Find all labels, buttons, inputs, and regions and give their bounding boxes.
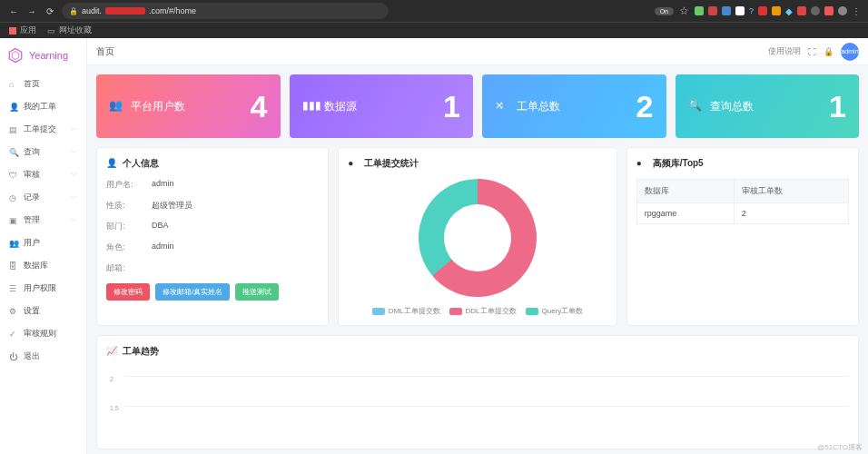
ext-icon[interactable] (722, 6, 731, 15)
breadcrumb: 首页 (96, 45, 114, 58)
ext-icon[interactable] (735, 6, 745, 15)
table-row: rpggame 2 (636, 203, 848, 224)
donut-chart (419, 179, 537, 297)
nav-review[interactable]: 🛡审核﹀ (0, 163, 86, 186)
logo-text: Yearning (29, 50, 68, 61)
trend-chart: 2 1.5 (106, 367, 849, 439)
nav-database[interactable]: 🗄数据库 (0, 254, 86, 277)
fullscreen-icon[interactable]: ⛶ (808, 47, 816, 56)
fav-bookmark[interactable]: ▭网址收藏 (47, 25, 92, 36)
apps-bookmark[interactable]: 应用 (9, 25, 36, 36)
y-tick: 2 (110, 376, 113, 382)
watermark: @51CTO博客 (817, 442, 863, 452)
menu-icon[interactable]: ⋮ (852, 6, 861, 16)
trend-icon: 📈 (106, 346, 117, 357)
url-bar[interactable]: 🔒 audit. .com/#/home (62, 3, 389, 19)
extension-icons: ? ◆ ⋮ (695, 6, 861, 16)
content: 👥平台用户数 4 ▮▮▮数据源 1 ⤨工单总数 2 🔍查询总数 1 (87, 65, 868, 454)
chevron-down-icon: ﹀ (71, 193, 77, 202)
push-test-button[interactable]: 推送测试 (235, 283, 279, 301)
stat-orders: ⤨工单总数 2 (482, 74, 666, 138)
home-icon: ⌂ (9, 80, 18, 89)
on-badge: On (655, 7, 674, 15)
power-icon: ⏻ (9, 352, 18, 361)
chevron-down-icon: ﹀ (71, 148, 77, 157)
ext-icon[interactable] (708, 6, 717, 15)
shuffle-icon: ⤨ (495, 99, 509, 114)
nav-users[interactable]: 👥用户 (0, 232, 86, 254)
trend-card: 📈工单趋势 2 1.5 (96, 335, 859, 449)
check-icon: ✓ (9, 330, 18, 339)
reload-icon[interactable]: ⟳ (44, 5, 56, 17)
users-icon: 👥 (9, 239, 18, 248)
lock-icon: 🔒 (69, 7, 78, 15)
topbar: 首页 使用说明 ⛶ 🔒 admin (87, 38, 868, 65)
table-header: 数据库 (636, 180, 734, 203)
url-prefix: audit. (82, 6, 102, 15)
nav-logout[interactable]: ⏻退出 (0, 345, 86, 368)
browser-chrome: ← → ⟳ 🔒 audit. .com/#/home On ☆ ? ◆ ⋮ (0, 0, 868, 22)
nav-home[interactable]: ⌂首页 (0, 73, 86, 95)
top5-table: 数据库 审核工单数 rpggame 2 (636, 179, 849, 224)
nav-settings[interactable]: ⚙设置 (0, 300, 86, 322)
ext-icon[interactable] (797, 6, 806, 15)
ext-icon[interactable]: ◆ (785, 6, 793, 16)
url-redacted (105, 7, 145, 15)
ext-icon[interactable] (811, 6, 820, 15)
ext-icon[interactable] (824, 6, 833, 15)
sidebar: Yearning ⌂首页 👤我的工单 ▤工单提交﹀ 🔍查询﹀ 🛡审核﹀ ◷记录﹀… (0, 38, 87, 454)
nav-record[interactable]: ◷记录﹀ (0, 186, 86, 209)
stat-datasource: ▮▮▮数据源 1 (290, 74, 474, 138)
bookmark-bar: 应用 ▭网址收藏 (0, 22, 868, 38)
forward-icon[interactable]: → (25, 5, 38, 17)
nav-manage[interactable]: ▣管理﹀ (0, 209, 86, 232)
svg-marker-1 (12, 52, 19, 60)
logo[interactable]: Yearning (0, 38, 86, 73)
profile-row: 部门:DBA (106, 221, 319, 232)
database-icon: 🗄 (9, 262, 18, 271)
ext-icon[interactable]: ? (749, 6, 754, 15)
bars-icon: ▮▮▮ (302, 99, 317, 114)
list-icon: ☰ (9, 284, 18, 293)
avatar-icon[interactable] (838, 6, 847, 15)
stat-value: 2 (636, 89, 654, 124)
dot-icon: ● (636, 158, 647, 169)
apps-icon (9, 27, 16, 35)
shield-icon: 🛡 (9, 171, 18, 180)
stat-users: 👥平台用户数 4 (96, 74, 281, 138)
profile-row: 邮箱: (106, 262, 319, 274)
svg-marker-0 (9, 49, 22, 63)
guide-link[interactable]: 使用说明 (768, 45, 801, 57)
y-tick: 1.5 (110, 405, 119, 411)
main: 首页 使用说明 ⛶ 🔒 admin 👥平台用户数 4 ▮▮▮数据源 1 (87, 38, 868, 454)
stat-value: 1 (829, 89, 846, 124)
stat-value: 1 (443, 89, 460, 124)
nav-query[interactable]: 🔍查询﹀ (0, 141, 86, 163)
submit-stats-card: ●工单提交统计 DML工单提交数 DDL工单提交数 Query工单数 (338, 147, 617, 326)
ext-icon[interactable] (758, 6, 767, 15)
url-suffix: .com/#/home (149, 6, 196, 15)
file-icon: ▤ (9, 125, 18, 134)
change-email-button[interactable]: 修改邮箱/真实姓名 (155, 283, 230, 301)
avatar[interactable]: admin (841, 43, 859, 61)
profile-card: 👤个人信息 用户名:admin 性质:超级管理员 部门:DBA 角色:admin… (96, 147, 329, 326)
chevron-down-icon: ﹀ (71, 125, 77, 134)
user-icon: 👤 (9, 103, 18, 112)
star-icon[interactable]: ☆ (679, 5, 689, 17)
stat-queries: 🔍查询总数 1 (676, 74, 860, 138)
user-icon: 👤 (106, 158, 117, 169)
ext-icon[interactable] (772, 6, 781, 15)
nav-my-orders[interactable]: 👤我的工单 (0, 95, 86, 118)
back-icon[interactable]: ← (7, 5, 20, 17)
nav-rules[interactable]: ✓审核规则 (0, 322, 86, 345)
nav-permission[interactable]: ☰用户权限 (0, 277, 86, 300)
change-password-button[interactable]: 修改密码 (106, 283, 150, 301)
stat-cards: 👥平台用户数 4 ▮▮▮数据源 1 ⤨工单总数 2 🔍查询总数 1 (96, 74, 859, 138)
lock-icon[interactable]: 🔒 (824, 47, 833, 56)
layers-icon: ▣ (9, 216, 18, 225)
profile-row: 用户名:admin (106, 179, 319, 191)
folder-icon: ▭ (47, 26, 55, 35)
nav-submit[interactable]: ▤工单提交﹀ (0, 118, 86, 141)
profile-row: 性质:超级管理员 (106, 200, 319, 212)
ext-icon[interactable] (695, 6, 704, 15)
